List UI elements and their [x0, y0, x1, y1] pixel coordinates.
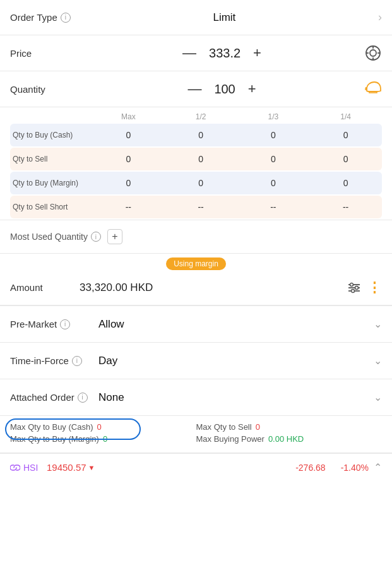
qty-buy-cash-half[interactable]: 0	[165, 130, 237, 140]
attached-order-label: Attached Order i	[10, 392, 98, 403]
amount-dots-icon[interactable]: ⋮	[367, 280, 382, 296]
qty-header-third: 1/3	[237, 112, 310, 121]
qty-buy-margin-half[interactable]: 0	[165, 178, 237, 188]
price-row-end	[364, 44, 382, 62]
quantity-plus-button[interactable]: +	[248, 82, 256, 96]
attached-order-chevron: ⌄	[374, 391, 382, 403]
qty-header-empty	[10, 112, 92, 121]
amount-label: Amount	[10, 282, 80, 293]
qty-sell-short-row[interactable]: Qty to Sell Short -- -- -- --	[10, 196, 382, 218]
qty-header-max: Max	[92, 112, 165, 121]
max-qty-buy-cash: Max Qty to Buy (Cash) 0	[10, 422, 196, 432]
qty-sell-max[interactable]: 0	[92, 154, 165, 164]
max-buying-power: Max Buying Power 0.00 HKD	[196, 434, 383, 444]
amount-icons: ⋮	[347, 280, 382, 296]
qty-table-header: Max 1/2 1/3 1/4	[10, 107, 382, 124]
attached-order-label-text: Attached Order	[10, 392, 74, 403]
pre-market-info-icon[interactable]: i	[60, 319, 70, 329]
bottom-qty-row-2: Max Qty to Buy (Margin) 0 Max Buying Pow…	[10, 434, 382, 444]
qty-sell-label: Qty to Sell	[10, 154, 92, 164]
qty-buy-margin-third[interactable]: 0	[237, 178, 310, 188]
pre-market-chevron: ⌄	[374, 318, 382, 330]
order-type-text: Order Type	[10, 12, 57, 23]
qty-sell-short-quarter[interactable]: --	[309, 202, 382, 212]
hsi-price: 19450.57 ▼	[47, 462, 290, 473]
price-value[interactable]: 333.2	[209, 46, 241, 61]
qty-table-section: Max 1/2 1/3 1/4 Qty to Buy (Cash) 0 0 0 …	[0, 107, 392, 220]
qty-sell-row[interactable]: Qty to Sell 0 0 0 0	[10, 148, 382, 170]
max-qty-sell-label: Max Qty to Sell	[196, 422, 252, 432]
max-buying-power-label: Max Buying Power	[196, 434, 264, 444]
bottom-qty-row-1: Max Qty to Buy (Cash) 0 Max Qty to Sell …	[10, 422, 382, 432]
max-qty-buy-margin-label: Max Qty to Buy (Margin)	[10, 434, 99, 444]
price-target-icon[interactable]	[364, 44, 382, 62]
time-in-force-info-icon[interactable]: i	[72, 356, 82, 366]
time-in-force-label-text: Time-in-Force	[10, 355, 69, 366]
qty-buy-cash-third[interactable]: 0	[237, 130, 310, 140]
qty-header-half: 1/2	[165, 112, 237, 121]
pre-market-label-text: Pre-Market	[10, 319, 57, 329]
hsi-bar[interactable]: HSI 19450.57 ▼ -276.68 -1.40% ⌃	[0, 453, 392, 481]
qty-buy-cash-max[interactable]: 0	[92, 130, 165, 140]
order-type-info-icon[interactable]: i	[61, 13, 71, 23]
price-controls: — 333.2 +	[80, 46, 364, 61]
qty-sell-short-label: Qty to Sell Short	[10, 202, 92, 212]
price-row: Price — 333.2 +	[0, 35, 392, 71]
order-type-chevron: ›	[378, 11, 382, 24]
quantity-label: Quantity	[10, 84, 80, 95]
amount-section: Using margin Amount 33,320.00 HKD ⋮	[0, 254, 392, 306]
order-type-label: Order Type i	[10, 12, 71, 23]
pre-market-row[interactable]: Pre-Market i Allow ⌄	[0, 306, 392, 343]
time-in-force-label: Time-in-Force i	[10, 355, 98, 366]
order-type-row[interactable]: Order Type i Limit ›	[0, 0, 392, 35]
qty-sell-quarter[interactable]: 0	[309, 154, 382, 164]
svg-point-9	[350, 283, 353, 286]
max-qty-buy-cash-label: Max Qty to Buy (Cash)	[10, 422, 93, 432]
pre-market-value: Allow	[98, 318, 374, 331]
qty-sell-short-max[interactable]: --	[92, 202, 165, 212]
order-type-value: Limit	[71, 11, 378, 24]
price-minus-button[interactable]: —	[182, 46, 196, 60]
qty-sell-third[interactable]: 0	[237, 154, 310, 164]
hsi-price-value: 19450.57	[47, 462, 86, 473]
attached-order-row[interactable]: Attached Order i None ⌄	[0, 379, 392, 416]
quantity-minus-button[interactable]: —	[187, 82, 201, 96]
qty-buy-cash-row[interactable]: Qty to Buy (Cash) 0 0 0 0	[10, 124, 382, 146]
time-in-force-row[interactable]: Time-in-Force i Day ⌄	[0, 343, 392, 379]
qty-sell-short-third[interactable]: --	[237, 202, 310, 212]
max-qty-buy-cash-value: 0	[97, 422, 101, 432]
using-margin-section: Using margin	[0, 254, 392, 270]
max-qty-sell: Max Qty to Sell 0	[196, 422, 383, 432]
price-plus-button[interactable]: +	[253, 46, 261, 60]
hsi-pct: -1.40%	[341, 463, 369, 473]
quantity-value[interactable]: 100	[214, 82, 235, 97]
most-used-info-icon[interactable]: i	[91, 232, 101, 242]
attached-order-info-icon[interactable]: i	[78, 393, 88, 403]
max-qty-sell-value: 0	[256, 422, 260, 432]
qty-buy-margin-row[interactable]: Qty to Buy (Margin) 0 0 0 0	[10, 172, 382, 194]
price-label-text: Price	[10, 48, 32, 59]
amount-filter-icon[interactable]	[347, 281, 361, 294]
attached-order-value: None	[98, 391, 374, 404]
hsi-chevron-up[interactable]: ⌃	[374, 461, 382, 473]
amount-row: Amount 33,320.00 HKD ⋮	[0, 270, 392, 305]
qty-buy-margin-quarter[interactable]: 0	[309, 178, 382, 188]
using-margin-badge: Using margin	[166, 257, 226, 270]
qty-buy-cash-quarter[interactable]: 0	[309, 130, 382, 140]
svg-point-1	[370, 50, 376, 56]
hsi-change: -276.68	[295, 463, 325, 473]
most-used-add-button[interactable]: +	[107, 229, 122, 244]
hsi-link-icon	[10, 463, 20, 473]
qty-sell-short-half[interactable]: --	[165, 202, 237, 212]
svg-point-10	[355, 286, 359, 289]
qty-buy-cash-label: Qty to Buy (Cash)	[10, 130, 92, 140]
quantity-label-text: Quantity	[10, 84, 45, 95]
most-used-qty-label: Most Used Quantity i	[10, 232, 101, 242]
qty-buy-margin-label: Qty to Buy (Margin)	[10, 178, 92, 188]
qty-sell-half[interactable]: 0	[165, 154, 237, 164]
most-used-qty-row: Most Used Quantity i +	[0, 220, 392, 254]
quantity-row: Quantity — 100 +	[0, 71, 392, 107]
svg-point-11	[352, 289, 355, 292]
helmet-icon	[364, 80, 382, 98]
qty-buy-margin-max[interactable]: 0	[92, 178, 165, 188]
